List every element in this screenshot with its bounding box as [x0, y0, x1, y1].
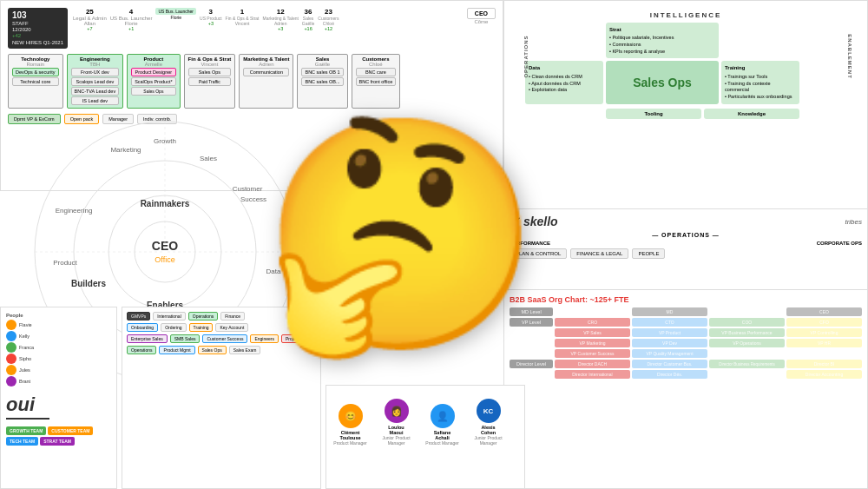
tech-team-box: TECH TEAM — [6, 437, 38, 446]
train-item2: • Training ds contexte commercial — [725, 81, 796, 94]
data-item3: • Exploitation data — [529, 87, 600, 94]
intl-node: International — [153, 312, 186, 320]
enterprise-sales-node: Enterprise Sales — [127, 334, 168, 343]
tribes-label: tribes — [845, 218, 862, 226]
product-mgmt-node: Product Mgmt — [159, 346, 194, 354]
ops-node: Operations — [188, 312, 218, 320]
alexis-avatar: KC — [477, 399, 501, 423]
dir-bi-box: Director BI — [786, 360, 862, 368]
ceo-box: CEO — [786, 307, 862, 316]
vp-hr-box: VP HR — [786, 339, 862, 347]
data-item2: • Ajout données ds CRM — [529, 81, 600, 88]
svg-text:CEO: CEO — [152, 239, 178, 253]
clement-role: Product Manager — [333, 440, 366, 446]
strat-item1: • Politique salariale, Incentives — [609, 35, 715, 42]
growth-team-box: GROWTH TEAM — [6, 426, 46, 435]
svg-text:Sales: Sales — [200, 155, 217, 162]
prod-dept: Product Armelle Product Designer ScalOps… — [127, 54, 180, 109]
finance-legal-box: FINANCE & LEGAL — [570, 248, 628, 259]
cust-dept: Customers Chloé BNC care BNC front offic… — [352, 54, 401, 109]
engineers-node: Engineers — [250, 334, 279, 343]
dir-dach-box: Director DACH — [555, 360, 630, 368]
smb-sales-node: SMB Sales — [170, 334, 201, 343]
enablement-label: ENABLEMENT — [847, 34, 852, 79]
avatar-clement: 😊 Clément Toulouse Product Manager — [331, 404, 370, 446]
operations-section-label: — OPERATIONS — — [510, 232, 862, 238]
customer-success-node: Customer Success — [202, 334, 247, 343]
ordering-node: Ordering — [161, 323, 186, 332]
svg-text:Engineering: Engineering — [56, 207, 93, 215]
knowledge-label: Knowledge — [704, 109, 799, 119]
strat-item3: • KPIs reporting & analyse — [609, 49, 715, 56]
train-item1: • Trainings sur Tools — [725, 74, 796, 81]
md-box: MD — [632, 307, 707, 316]
tooling-label: Tooling — [606, 109, 701, 119]
customer-team-box: CUSTOMER TEAM — [48, 426, 93, 435]
vp-marketing-box: VP Marketing — [555, 339, 630, 347]
strat-team-box: STRAT TEAM — [40, 437, 75, 446]
eng-dept: Engineering TBH Front-UX dev Scalops Lea… — [67, 54, 124, 109]
svg-text:Customer: Customer — [233, 185, 263, 193]
mkt-dept: Marketing & Talent Adrien Communication — [239, 54, 293, 109]
cto-box: CTO — [632, 318, 707, 327]
data-label: Data — [529, 64, 600, 71]
md-level-label: MD Level — [510, 307, 553, 316]
svg-text:Builders: Builders — [71, 279, 106, 288]
avatar-alexis: KC Alexis Cohen Junior Product Manager — [469, 399, 508, 446]
small-org-tree: GMVPs International Operations Finance O… — [122, 307, 321, 489]
chart-topright: INTELLIGENCE Strat • Politique salariale… — [503, 0, 868, 226]
skello-logo: ✓ skello — [510, 215, 558, 228]
intelligence-title: INTELLIGENCE — [525, 11, 846, 19]
avatar-loulou: 👩 Loulou Maoui Junior Product Manager — [377, 399, 416, 446]
sales-exam-node: Sales Exam — [229, 346, 261, 354]
train-item3: • Particularités aux onboardings — [725, 94, 796, 101]
project-node: Project — [281, 334, 304, 343]
vp-qm-box: VP Quality Management — [632, 349, 707, 358]
cro-box: CRO — [555, 318, 630, 327]
onboarding-node: Onboarding — [127, 323, 158, 332]
data-item1: • Clean données ds CRM — [529, 74, 600, 81]
finance-node: Finance — [220, 312, 245, 320]
training-label: Training — [725, 64, 796, 71]
person-kelly: Kelly — [19, 334, 30, 339]
strat-item2: • Commissions — [609, 42, 715, 49]
vp-sales-box: VP Sales — [555, 328, 630, 337]
person-jules: Jules — [19, 367, 30, 373]
background-collage: 103 STAFF 12/2020 +42 NEW HIRES Q1-2021 … — [0, 0, 868, 489]
plan-control-box: PLAN & CONTROL — [510, 248, 567, 259]
svg-text:Data: Data — [266, 268, 281, 275]
vp-cs-box: VP Customer Success — [555, 349, 630, 358]
director-level-label: Director Level — [510, 360, 553, 368]
loulou-role: Junior Product Manager — [377, 435, 416, 446]
person-sipho: Sipho — [19, 356, 31, 361]
oui-section: People Flavie Kelly Franca Sipho Jules B… — [0, 307, 117, 489]
training-node: Training — [189, 323, 214, 332]
people-box: PEOPLE — [632, 248, 665, 259]
tech-dept: Technology Romain DevOps & security Tech… — [8, 54, 63, 109]
sales-dept: Sales Gaëlle BNC sales OB 1 BNC sales OB… — [297, 54, 347, 109]
cfo-box: CFO — [786, 318, 862, 327]
svg-text:Success: Success — [240, 195, 266, 203]
person-brant: Brant — [19, 379, 30, 384]
vp-biz-perf-box: VP Business Performance — [709, 328, 785, 337]
oui-text: oui — [6, 393, 111, 416]
dir-cust-bus-box: Director Customer Bus. — [632, 360, 707, 368]
ops-label: OPERATIONS — [523, 35, 529, 77]
vp-level-label: VP Level — [510, 318, 553, 327]
safiane-role: Product Manager — [425, 440, 458, 446]
gmvp-node: GMVPs — [127, 312, 150, 320]
product-team-section: 😊 Clément Toulouse Product Manager 👩 Lou… — [326, 385, 525, 489]
svg-text:Product: Product — [53, 259, 77, 267]
corporate-ops-label: CORPORATE OPS — [817, 241, 862, 246]
key-account-node: Key Account — [215, 323, 248, 332]
fin-dept: Fin & Ops & Strat Vincent Sales Ops Paid… — [184, 54, 236, 109]
dir-biz-req-box: Director Business Requirements — [709, 360, 785, 368]
chart-midright: ✓ skello tribes — OPERATIONS — PERFORMAN… — [503, 208, 868, 295]
vp-product-box: VP Product — [632, 328, 707, 337]
person-flavie: Flavie — [19, 322, 32, 327]
coo-box: COO — [709, 318, 785, 327]
staff-badge: 103 STAFF 12/2020 +42 NEW HIRES Q1-2021 — [8, 8, 68, 49]
b2b-title: B2B SaaS Org Chart: ~125+ FTE — [510, 295, 862, 304]
person-franca: Franca — [19, 345, 34, 350]
dir-accounting-box: Director Accounting — [786, 370, 862, 379]
